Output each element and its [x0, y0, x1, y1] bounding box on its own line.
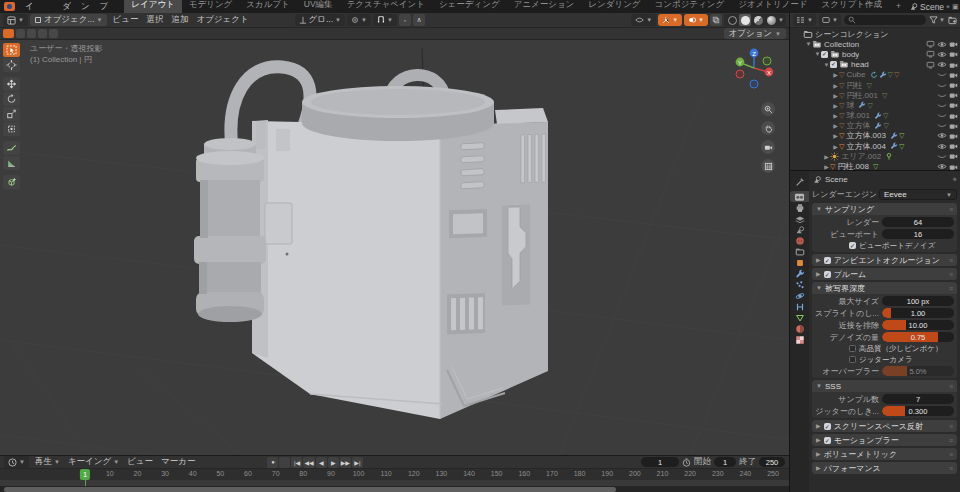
properties-tab-collection[interactable] [790, 246, 809, 257]
workspace-tab[interactable]: レイアウト [124, 0, 182, 13]
properties-tab-constraints[interactable] [790, 301, 809, 312]
properties-tab-scene[interactable] [790, 224, 809, 235]
workspace-tab[interactable]: テクスチャペイント [340, 0, 432, 13]
workspace-tab[interactable]: ジオメトリノード [731, 0, 814, 13]
outliner-search-input[interactable] [844, 15, 926, 25]
properties-tab-view-layer[interactable] [790, 213, 809, 224]
timeline-ruler[interactable]: 1102030405060708090100110120130140150160… [0, 469, 789, 480]
viewport-menu[interactable]: オブジェクト [192, 14, 252, 26]
shading-rendered-button[interactable] [765, 14, 777, 26]
end-frame-field[interactable]: 250 [759, 457, 785, 467]
shading-dropdown[interactable]: ▼ [778, 17, 784, 23]
properties-tab-world[interactable] [790, 235, 809, 246]
expand-caret-icon[interactable]: ▶ [832, 82, 839, 89]
timeline-menu[interactable]: マーカー [157, 456, 199, 468]
outliner-row[interactable]: ▼Collection [790, 39, 960, 49]
camera-icon[interactable] [949, 142, 958, 150]
workspace-tab[interactable]: スクリプト作成 [815, 0, 890, 13]
properties-tab-texture[interactable] [790, 334, 809, 345]
select-mode-new[interactable] [16, 29, 25, 38]
new-scene-icon[interactable]: ▣ [952, 3, 959, 11]
xray-toggle[interactable] [710, 14, 722, 26]
dof-row-slider[interactable]: 0.75 [882, 332, 954, 342]
proportional-falloff-dropdown[interactable]: ∧ [413, 14, 425, 26]
properties-tab-particles[interactable] [790, 279, 809, 290]
transform-orientation-dropdown[interactable]: グロ...▼ [295, 14, 345, 26]
select-mode-intersect[interactable] [49, 29, 58, 38]
outliner-row[interactable]: ▶▽立方体.003▽ [790, 131, 960, 141]
tool-measure[interactable] [3, 156, 20, 170]
tool-annotate[interactable] [3, 141, 20, 155]
visibility-dropdown[interactable]: ▼ [631, 14, 656, 26]
select-mode-extend[interactable] [27, 29, 36, 38]
camera-icon[interactable] [949, 61, 958, 69]
expand-caret-icon[interactable]: ▼ [814, 51, 821, 57]
playback-jump-end-button[interactable]: ▶| [352, 457, 363, 468]
sss-panel-header[interactable]: ▼SSS≡ [812, 380, 957, 392]
shading-material-button[interactable] [752, 14, 764, 26]
eye-icon[interactable] [937, 41, 947, 48]
camera-icon[interactable] [949, 152, 958, 160]
shading-wireframe-button[interactable] [726, 14, 738, 26]
playback-play-back-button[interactable]: ◀ [316, 457, 327, 468]
outliner-row[interactable]: ▶▽円柱.001▽ [790, 90, 960, 100]
sss-row-slider[interactable]: 7 [882, 394, 954, 404]
eye-icon[interactable] [937, 51, 947, 58]
workspace-tab[interactable]: コンポジティング [648, 0, 732, 13]
sss-row-slider[interactable]: 0.300 [882, 406, 954, 416]
camera-icon[interactable] [949, 112, 958, 120]
pan-hand-icon[interactable] [761, 121, 775, 135]
camera-icon[interactable] [949, 132, 958, 140]
expand-caret-icon[interactable]: ▶ [832, 143, 839, 150]
collapsed-panel-header[interactable]: ▶✓モーションブラー≡ [812, 434, 957, 446]
camera-icon[interactable] [949, 81, 958, 89]
overlays-toggle[interactable]: ▼ [684, 14, 708, 26]
current-frame-field[interactable]: 1 [641, 457, 679, 467]
timeline-editor-type-button[interactable]: ▼ [4, 456, 29, 468]
outliner-row[interactable]: ▼✓head [790, 60, 960, 70]
eye-closed-icon[interactable] [937, 153, 947, 160]
outliner-row[interactable]: ▶▽球▽ [790, 100, 960, 110]
outliner-row[interactable]: ▼✓body [790, 49, 960, 59]
camera-icon[interactable] [949, 163, 958, 170]
workspace-tab[interactable]: スカルプト [239, 0, 297, 13]
camera-icon[interactable] [949, 91, 958, 99]
timeline-scroll-thumb[interactable] [4, 487, 616, 492]
expand-caret-icon[interactable]: ▶ [832, 132, 839, 139]
blender-logo-icon[interactable] [4, 2, 15, 11]
start-frame-field[interactable]: 1 [714, 457, 736, 467]
tool-move[interactable] [3, 77, 20, 91]
expand-caret-icon[interactable]: ▶ [832, 112, 839, 119]
render-engine-dropdown[interactable]: Eevee▼ [879, 189, 957, 200]
active-tool-icon[interactable] [3, 29, 14, 38]
playback-play-button[interactable]: ▶ [328, 457, 339, 468]
pin-icon[interactable]: ⌖ [946, 3, 950, 11]
dof-checkbox[interactable]: ジッターカメラ [849, 355, 954, 364]
tool-rotate[interactable] [3, 92, 20, 106]
workspace-tab[interactable]: モデリング [182, 0, 240, 13]
dof-checkbox[interactable]: 高品質（少しピンボケ） [849, 344, 954, 353]
outliner-display-mode-button[interactable]: ▼ [793, 14, 816, 26]
playback-prev-key-button[interactable]: ◀◀ [303, 457, 314, 468]
properties-tab-object-data[interactable] [790, 312, 809, 323]
eye-closed-icon[interactable] [937, 92, 947, 99]
scene-selector[interactable]: Scene ⌖ ▣ × [909, 2, 960, 12]
properties-tab-modifiers[interactable] [790, 268, 809, 279]
camera-icon[interactable] [949, 40, 958, 48]
camera-icon[interactable] [949, 50, 958, 58]
camera-icon[interactable] [761, 140, 775, 154]
tool-cursor[interactable] [3, 58, 20, 72]
timeline-menu[interactable]: ビュー [123, 456, 157, 468]
screen-icon[interactable] [926, 40, 935, 48]
workspace-tab[interactable]: アニメーション [507, 0, 582, 13]
filter-dropdown[interactable]: ▼ [929, 16, 945, 24]
properties-tab-tool[interactable] [790, 176, 809, 187]
outliner-row[interactable]: ▶エリア.002 [790, 151, 960, 161]
eye-icon[interactable] [937, 132, 947, 139]
viewport-menu[interactable]: 選択 [142, 14, 167, 26]
properties-tab-output[interactable] [790, 202, 809, 213]
properties-tab-render[interactable] [790, 191, 809, 202]
zoom-icon[interactable] [761, 102, 775, 116]
dof-panel-header[interactable]: ▼被写界深度≡ [812, 282, 957, 294]
new-collection-button[interactable] [948, 16, 957, 25]
